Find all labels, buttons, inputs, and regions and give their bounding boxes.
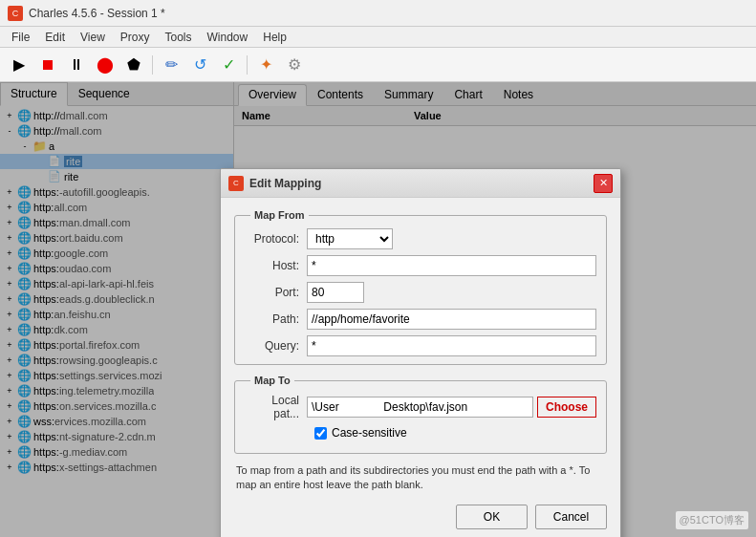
main-area: Structure Sequence + 🌐 http:// dmall.com… — [0, 82, 756, 537]
path-label: Path: — [245, 312, 307, 326]
protocol-label: Protocol: — [245, 232, 307, 246]
window-title: Charles 4.5.6 - Session 1 * — [29, 7, 165, 20]
host-row: Host: — [245, 255, 596, 276]
cancel-button[interactable]: Cancel — [535, 505, 607, 529]
case-sensitive-row: Case-sensitive — [245, 426, 596, 440]
edit-mapping-dialog: C Edit Mapping ✕ Map From Protocol: http… — [220, 168, 621, 537]
query-label: Query: — [245, 339, 307, 353]
dialog-title-bar: C Edit Mapping ✕ — [221, 169, 620, 198]
map-from-legend: Map From — [250, 209, 309, 221]
port-label: Port: — [245, 286, 307, 299]
toolbar-btn-settings1[interactable]: ✦ — [252, 52, 279, 78]
toolbar-btn-red[interactable]: ⬤ — [92, 52, 119, 78]
menu-file[interactable]: File — [4, 29, 37, 46]
local-path-row: Local pat... Choose — [245, 394, 596, 420]
menu-view[interactable]: View — [73, 29, 113, 46]
toolbar-separator-2 — [247, 55, 248, 75]
protocol-row: Protocol: http https ftp — [245, 228, 596, 249]
dialog-close-button[interactable]: ✕ — [594, 174, 613, 193]
toolbar-separator-1 — [152, 55, 153, 75]
case-sensitive-checkbox[interactable] — [314, 427, 327, 440]
toolbar-btn-check[interactable]: ✓ — [215, 52, 242, 78]
port-row: Port: — [245, 282, 596, 303]
hint-text: To map from a path and its subdirectorie… — [234, 463, 607, 493]
port-input[interactable] — [307, 282, 364, 303]
path-row: Path: — [245, 309, 596, 330]
menu-window[interactable]: Window — [200, 29, 256, 46]
dialog-icon: C — [228, 176, 244, 191]
local-path-input[interactable] — [307, 397, 533, 418]
ok-button[interactable]: OK — [456, 505, 528, 529]
case-sensitive-label: Case-sensitive — [332, 426, 407, 440]
dialog-overlay: C Edit Mapping ✕ Map From Protocol: http… — [0, 82, 756, 537]
host-label: Host: — [245, 259, 307, 272]
choose-button[interactable]: Choose — [537, 397, 596, 418]
app-icon: C — [8, 6, 23, 21]
watermark: @51CTO博客 — [676, 511, 748, 529]
toolbar-btn-record[interactable]: ▶ — [6, 52, 32, 78]
toolbar-btn-settings2[interactable]: ⚙ — [281, 52, 308, 78]
local-path-label: Local pat... — [245, 394, 307, 420]
toolbar-btn-refresh[interactable]: ↺ — [186, 52, 213, 78]
dialog-title: Edit Mapping — [249, 177, 594, 190]
host-input[interactable] — [307, 255, 596, 276]
menu-proxy[interactable]: Proxy — [113, 29, 158, 46]
dialog-body: Map From Protocol: http https ftp Host: — [221, 198, 620, 537]
toolbar-btn-stop[interactable]: ⏹ — [34, 52, 61, 78]
menu-tools[interactable]: Tools — [158, 29, 200, 46]
toolbar-btn-shape[interactable]: ⬟ — [120, 52, 147, 78]
query-row: Query: — [245, 335, 596, 356]
toolbar-btn-pause[interactable]: ⏸ — [63, 52, 90, 78]
map-to-legend: Map To — [250, 375, 294, 386]
map-from-fieldset: Map From Protocol: http https ftp Host: — [234, 209, 607, 365]
toolbar-btn-edit[interactable]: ✏ — [158, 52, 184, 78]
dialog-buttons: OK Cancel — [234, 505, 607, 533]
path-input[interactable] — [307, 309, 596, 330]
query-input[interactable] — [307, 335, 596, 356]
map-to-fieldset: Map To Local pat... Choose Case-sensitiv… — [234, 375, 607, 454]
menu-bar: File Edit View Proxy Tools Window Help — [0, 27, 756, 48]
toolbar: ▶ ⏹ ⏸ ⬤ ⬟ ✏ ↺ ✓ ✦ ⚙ — [0, 48, 756, 82]
title-bar: C Charles 4.5.6 - Session 1 * — [0, 0, 756, 27]
protocol-select[interactable]: http https ftp — [307, 228, 393, 249]
menu-edit[interactable]: Edit — [37, 29, 73, 46]
menu-help[interactable]: Help — [255, 29, 294, 46]
